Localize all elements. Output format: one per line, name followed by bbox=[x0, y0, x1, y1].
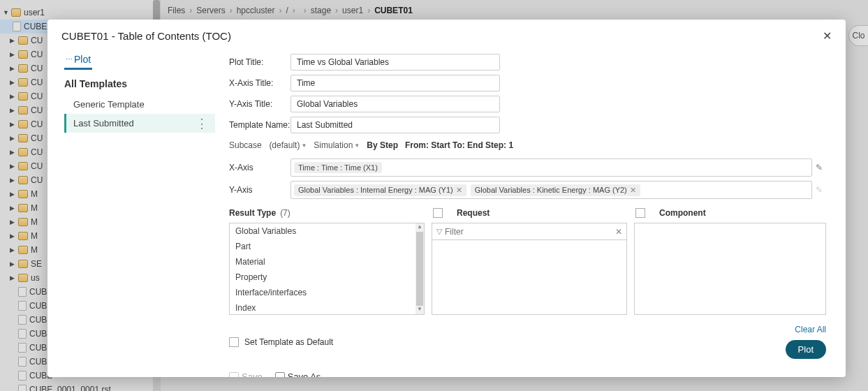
filter-input[interactable] bbox=[445, 227, 615, 237]
template-name-label: Template Name: bbox=[229, 120, 290, 130]
remove-chip-icon[interactable]: ✕ bbox=[630, 186, 636, 195]
axis-chip[interactable]: Global Variables : Internal Energy : MAG… bbox=[294, 184, 466, 196]
clear-filter-icon[interactable]: ✕ bbox=[615, 227, 622, 237]
template-name-input[interactable] bbox=[290, 117, 500, 133]
modal-title: CUBET01 - Table of Contents (TOC) bbox=[61, 30, 231, 42]
templates-heading: All Templates bbox=[64, 78, 215, 89]
result-type-item[interactable]: Global Variables bbox=[230, 223, 424, 239]
remove-chip-icon[interactable]: ✕ bbox=[456, 186, 462, 195]
chevron-down-icon: ▼ bbox=[354, 142, 360, 149]
result-type-count: (7) bbox=[280, 208, 290, 218]
request-filter[interactable]: ▽ ✕ bbox=[432, 223, 627, 239]
edit-x-axis-icon[interactable]: ✎ bbox=[812, 163, 826, 172]
component-label: Component bbox=[659, 208, 706, 218]
toc-modal: CUBET01 - Table of Contents (TOC) ✕ Plot… bbox=[47, 20, 846, 377]
save-as-button[interactable]: Save As bbox=[275, 371, 321, 377]
range-label: From: Start To: End Step: 1 bbox=[405, 140, 513, 150]
checkbox-icon bbox=[229, 337, 239, 347]
y-axis-label: Y-Axis bbox=[229, 185, 290, 195]
tab-plot[interactable]: Plot bbox=[64, 51, 92, 70]
simulation-dropdown[interactable]: Simulation ▼ bbox=[314, 140, 360, 150]
templates-sidebar: Plot All Templates Generic TemplateLast … bbox=[47, 45, 215, 377]
plot-title-label: Plot Title: bbox=[229, 57, 290, 67]
result-type-label: Result Type bbox=[229, 208, 276, 218]
result-type-column: Result Type (7) Global VariablesPartMate… bbox=[229, 206, 425, 315]
axis-chip[interactable]: Time : Time : Time (X1) bbox=[294, 162, 382, 173]
plot-icon bbox=[66, 54, 71, 65]
close-icon[interactable]: ✕ bbox=[823, 29, 832, 43]
plot-title-input[interactable] bbox=[290, 54, 500, 71]
request-label: Request bbox=[457, 208, 490, 218]
scrollbar[interactable]: ▲ ▼ bbox=[415, 223, 424, 314]
scroll-up-icon[interactable]: ▲ bbox=[415, 223, 424, 232]
result-type-item[interactable]: Material bbox=[230, 254, 424, 270]
component-list[interactable] bbox=[634, 223, 826, 315]
component-checkbox[interactable] bbox=[635, 208, 645, 218]
filter-icon: ▽ bbox=[436, 227, 442, 236]
chevron-down-icon: ▼ bbox=[301, 142, 307, 149]
template-label: Last Submitted bbox=[73, 118, 134, 128]
x-title-label: X-Axis Title: bbox=[229, 78, 290, 88]
request-list[interactable] bbox=[432, 239, 627, 315]
result-type-item[interactable]: Property bbox=[230, 270, 424, 285]
scroll-down-icon[interactable]: ▼ bbox=[415, 306, 424, 314]
request-column: Request ▽ ✕ bbox=[432, 206, 627, 315]
scrollbar-thumb[interactable] bbox=[416, 232, 423, 306]
plot-form: Plot Title: X-Axis Title: Y-Axis Title: … bbox=[215, 45, 846, 377]
result-type-list[interactable]: Global VariablesPartMaterialPropertyInte… bbox=[229, 223, 425, 315]
x-title-input[interactable] bbox=[290, 75, 500, 91]
by-step-label: By Step bbox=[367, 140, 398, 150]
plot-button[interactable]: Plot bbox=[786, 340, 826, 359]
result-type-item[interactable]: Index bbox=[230, 300, 424, 315]
y-axis-chips[interactable]: Global Variables : Internal Energy : MAG… bbox=[290, 181, 812, 199]
component-column: Component bbox=[634, 206, 826, 315]
save-icon bbox=[229, 372, 239, 378]
subcase-dropdown[interactable]: Subcase (default) ▼ bbox=[229, 140, 307, 150]
request-checkbox[interactable] bbox=[433, 208, 443, 218]
set-default-checkbox[interactable]: Set Template as Default bbox=[229, 337, 333, 347]
save-as-icon bbox=[275, 372, 285, 378]
axis-chip[interactable]: Global Variables : Kinetic Energy : MAG … bbox=[471, 184, 640, 196]
x-axis-label: X-Axis bbox=[229, 163, 290, 172]
template-item[interactable]: Generic Template bbox=[64, 95, 215, 114]
result-type-item[interactable]: Interface/interfaces bbox=[230, 285, 424, 300]
y-title-input[interactable] bbox=[290, 96, 500, 112]
y-title-label: Y-Axis Title: bbox=[229, 99, 290, 109]
save-button: Save bbox=[229, 371, 263, 377]
clear-all-link[interactable]: Clear All bbox=[795, 325, 826, 334]
template-label: Generic Template bbox=[73, 99, 145, 110]
x-axis-chips[interactable]: Time : Time : Time (X1) bbox=[290, 158, 812, 177]
template-item[interactable]: Last Submitted⋮ bbox=[64, 114, 215, 133]
params-line: Subcase (default) ▼ Simulation ▼ By Step… bbox=[229, 140, 826, 150]
result-type-item[interactable]: Part bbox=[230, 239, 424, 254]
edit-y-axis-icon[interactable]: ✎ bbox=[812, 185, 826, 195]
